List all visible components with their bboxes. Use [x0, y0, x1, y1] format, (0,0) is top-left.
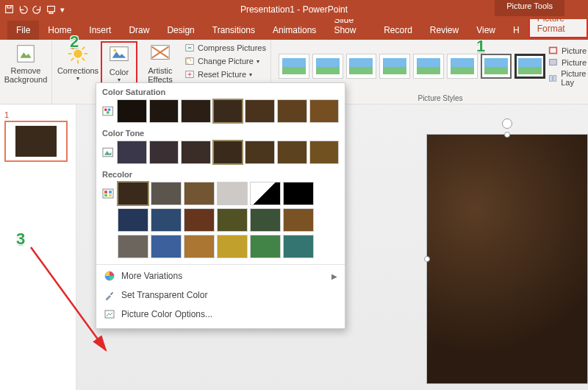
color-swatch[interactable] [118, 235, 148, 258]
color-swatch[interactable] [309, 141, 340, 164]
slide-thumbnails[interactable]: 1 [0, 104, 76, 390]
color-swatch[interactable] [277, 141, 307, 164]
color-swatch[interactable] [283, 235, 314, 258]
tab-record[interactable]: Record [375, 21, 421, 40]
tab-review[interactable]: Review [421, 21, 467, 40]
rotate-handle[interactable] [502, 118, 512, 129]
brightness-icon [67, 43, 89, 65]
corrections-button[interactable]: Corrections▾ [55, 41, 101, 83]
color-dropdown: Color Saturation Color Tone Recolor More… [96, 82, 345, 329]
resize-handle-top[interactable] [504, 132, 510, 138]
quick-access-toolbar: ▾ [0, 4, 65, 15]
picture-border-button[interactable]: Picture Bo [548, 46, 588, 55]
color-swatch[interactable] [118, 182, 148, 205]
svg-rect-31 [104, 194, 107, 196]
effects-icon [548, 57, 558, 67]
picture-layout-button[interactable]: Picture Lay [548, 69, 588, 87]
color-swatch[interactable] [217, 208, 248, 232]
layout-icon [548, 74, 557, 83]
color-swatch[interactable] [181, 99, 211, 123]
color-swatch[interactable] [283, 208, 314, 232]
color-swatch[interactable] [245, 99, 275, 123]
color-swatch[interactable] [181, 141, 211, 164]
eyedropper-icon [104, 289, 115, 301]
redo-icon[interactable] [32, 4, 42, 15]
color-swatch[interactable] [245, 141, 275, 164]
reset-picture-button[interactable]: Reset Picture ▾ [184, 69, 266, 79]
color-swatch[interactable] [149, 141, 179, 164]
color-swatch[interactable] [213, 99, 243, 123]
tab-animations[interactable]: Animations [264, 21, 325, 40]
tab-draw[interactable]: Draw [120, 21, 158, 40]
color-swatch[interactable] [217, 235, 248, 258]
tab-help[interactable]: H [504, 21, 528, 40]
svg-point-14 [114, 49, 117, 52]
undo-icon[interactable] [18, 4, 28, 15]
color-swatch[interactable] [283, 182, 314, 205]
svg-rect-1 [7, 5, 11, 7]
section-recolor: Recolor [96, 166, 345, 180]
group-background: Remove Background [0, 40, 52, 104]
context-tab-picture-tools: Picture Tools [495, 0, 564, 16]
svg-rect-30 [109, 191, 112, 194]
color-swatch[interactable] [149, 99, 179, 123]
picture-color-options-item[interactable]: Picture Color Options... [96, 305, 345, 324]
color-swatch[interactable] [118, 208, 148, 232]
reset-icon [184, 69, 195, 79]
svg-rect-19 [550, 47, 557, 53]
change-picture-button[interactable]: Change Picture ▾ [184, 56, 266, 66]
svg-rect-32 [109, 194, 112, 196]
tab-insert[interactable]: Insert [80, 21, 120, 40]
change-icon [184, 56, 195, 66]
compress-icon [184, 43, 195, 53]
recolor-picker-icon[interactable] [102, 188, 114, 199]
svg-line-11 [71, 58, 74, 61]
save-icon[interactable] [4, 4, 14, 15]
tab-file[interactable]: File [7, 21, 39, 40]
picture-styles-gallery[interactable]: Picture Bo Picture Ef Picture Lay [274, 41, 588, 87]
color-swatch[interactable] [117, 141, 147, 164]
color-swatch[interactable] [217, 182, 248, 205]
tab-design[interactable]: Design [158, 21, 203, 40]
color-swatch[interactable] [309, 99, 340, 123]
svg-rect-20 [550, 59, 557, 65]
tone-picker-icon[interactable] [102, 146, 113, 158]
tab-view[interactable]: View [467, 21, 504, 40]
slide-number: 1 [4, 110, 9, 119]
color-swatch[interactable] [277, 99, 307, 123]
color-swatch[interactable] [117, 99, 147, 123]
tab-transitions[interactable]: Transitions [204, 21, 264, 40]
set-transparent-color-item[interactable]: Set Transparent Color [96, 286, 345, 305]
svg-rect-0 [6, 5, 13, 13]
qat-more-icon[interactable]: ▾ [60, 5, 65, 15]
start-icon[interactable] [46, 4, 56, 15]
remove-background-button[interactable]: Remove Background [3, 41, 49, 85]
color-swatch[interactable] [250, 208, 281, 232]
saturation-picker-icon[interactable] [102, 105, 113, 117]
svg-point-25 [108, 108, 111, 111]
svg-rect-21 [549, 75, 552, 81]
color-button[interactable]: Color▾ [101, 41, 137, 85]
svg-rect-13 [110, 47, 128, 61]
svg-rect-2 [48, 6, 55, 11]
selected-picture[interactable] [426, 134, 588, 384]
compress-pictures-button[interactable]: Compress Pictures [184, 43, 266, 53]
svg-point-26 [107, 111, 110, 114]
color-swatch[interactable] [184, 235, 215, 258]
picture-effects-button[interactable]: Picture Ef [548, 57, 588, 67]
color-swatch[interactable] [151, 208, 182, 232]
color-swatch[interactable] [213, 141, 243, 164]
options-icon [104, 308, 115, 320]
resize-handle-left[interactable] [424, 256, 430, 262]
more-variations-item[interactable]: More Variations ▶ [96, 266, 345, 286]
slide-thumb-1[interactable] [4, 121, 68, 162]
color-swatch[interactable] [184, 208, 215, 232]
color-swatch[interactable] [151, 235, 182, 258]
color-swatch[interactable] [250, 235, 281, 258]
tab-home[interactable]: Home [39, 21, 80, 40]
color-wheel-icon [104, 270, 115, 282]
color-swatch[interactable] [184, 182, 215, 205]
titlebar: ▾ Presentation1 - PowerPoint Picture Too… [0, 0, 588, 19]
color-swatch[interactable] [151, 182, 182, 205]
color-swatch[interactable] [250, 182, 281, 205]
